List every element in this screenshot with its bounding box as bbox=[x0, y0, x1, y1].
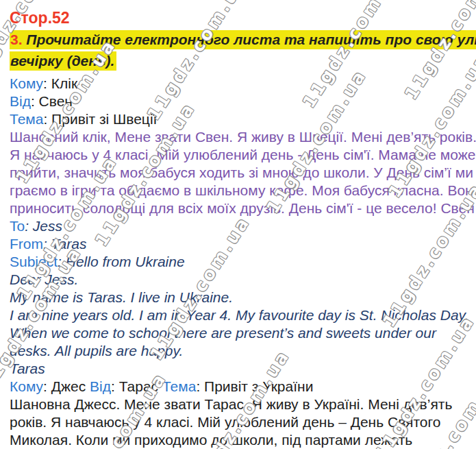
body-line: прийти, значить моя бабуся ходить зі мно… bbox=[10, 164, 476, 182]
header-to-label: To bbox=[10, 218, 25, 234]
email-ukraine: To: Jess From: Taras Subject: Hello from… bbox=[10, 217, 476, 378]
header-from-value: : Свен bbox=[31, 93, 73, 109]
body-line: Шановна Джесс. Мене звати Тарас. Я живу … bbox=[10, 396, 476, 413]
body-line: Я навчаюсь у 4 класі. Мій улюблений день… bbox=[10, 146, 476, 164]
translation: Кому: Джес Від: Тарас Тема: Привіт з Укр… bbox=[10, 378, 476, 449]
header-subject-value: : Hello from Ukraine bbox=[58, 254, 185, 269]
task-line-1: 3. Прочитайте електронного листа та напи… bbox=[10, 29, 476, 51]
body-line: Шановний клік, Мене звати Свен. Я живу в… bbox=[10, 128, 476, 146]
body-line: Миколая. Коли ми приходимо до школи, під… bbox=[10, 431, 476, 449]
header-subject-label: Тема bbox=[162, 378, 196, 394]
header-from-label: Від bbox=[10, 93, 31, 109]
header-from-value: : Taras bbox=[43, 236, 86, 252]
header-to-value: : Jess bbox=[25, 218, 62, 234]
body-line: граємо в ігри та обідаємо в шкільному ка… bbox=[10, 182, 476, 199]
header-from: From: Taras bbox=[10, 235, 476, 253]
header-from: Від: Свен bbox=[10, 93, 476, 110]
header-from-label: Від bbox=[90, 378, 111, 394]
translation-header: Кому: Джес Від: Тарас Тема: Привіт з Укр… bbox=[10, 378, 476, 396]
header-subject-value: : Привіт зі Швеції bbox=[43, 111, 157, 127]
email-sweden: Кому: Клік Від: Свен Тема: Привіт зі Шве… bbox=[10, 75, 476, 217]
page-content: Стор.52 3. Прочитайте електронного листа… bbox=[0, 0, 476, 449]
header-to-value: : Клік bbox=[43, 75, 77, 91]
header-to-label: Кому bbox=[10, 378, 43, 394]
body-line: приносить солодощі для всіх моїх друзів.… bbox=[10, 199, 476, 217]
header-subject: Тема: Привіт зі Швеції bbox=[10, 110, 476, 128]
header-subject-label: Subject bbox=[10, 254, 58, 269]
header-subject-label: Тема bbox=[10, 111, 43, 127]
header-to: Кому: Клік bbox=[10, 75, 476, 93]
body-line: desks. All pupils are happy. bbox=[10, 342, 476, 360]
header-to-value: : Джес bbox=[43, 378, 90, 394]
task-text-2: вечірку (день). bbox=[10, 51, 116, 71]
body-line: My name is Taras. I live in Ukraine. bbox=[10, 289, 476, 306]
gdz-answer-page: Стор.52 3. Прочитайте електронного листа… bbox=[0, 0, 476, 449]
body-line: Taras bbox=[10, 360, 476, 378]
header-from-value: : Тарас bbox=[111, 378, 162, 394]
body-line: When we come to school there are present… bbox=[10, 324, 476, 342]
task-highlight: 3. Прочитайте електронного листа та напи… bbox=[10, 30, 476, 49]
body-line: I am nine years old. I am in Year 4. My … bbox=[10, 306, 476, 324]
task-line-2: вечірку (день). bbox=[10, 51, 476, 72]
body-line: Dear Jess. bbox=[10, 271, 476, 289]
header-to-label: Кому bbox=[10, 75, 43, 91]
header-subject-value: : Привіт з України bbox=[196, 378, 313, 394]
header-from-label: From bbox=[10, 236, 43, 252]
header-to: To: Jess bbox=[10, 217, 476, 235]
body-line: років. Я навчаюсь у 4 класі. Мій улюблен… bbox=[10, 413, 476, 431]
task-number: 3. bbox=[10, 32, 23, 47]
task-text-1: Прочитайте електронного листа та напишіт… bbox=[23, 32, 476, 47]
task-statement: 3. Прочитайте електронного листа та напи… bbox=[10, 29, 476, 72]
page-title: Стор.52 bbox=[10, 8, 476, 27]
header-subject: Subject: Hello from Ukraine bbox=[10, 253, 476, 271]
